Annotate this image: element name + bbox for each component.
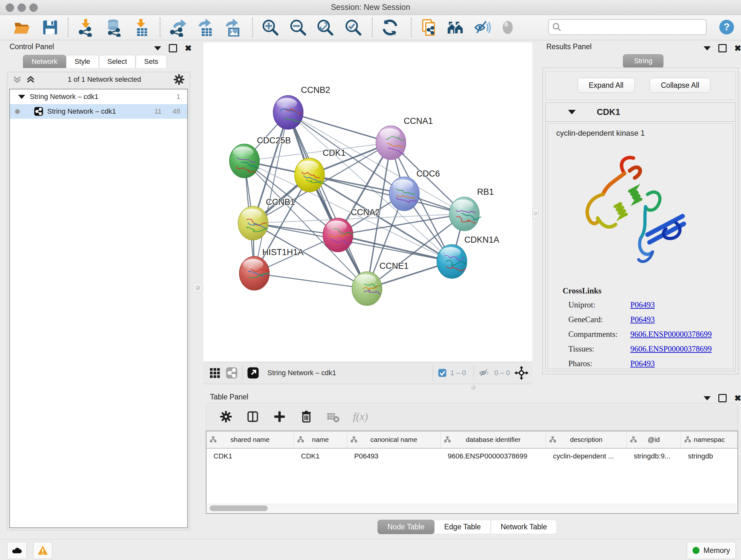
import-network-icon[interactable] (77, 18, 96, 37)
collapse-all-icon[interactable] (12, 74, 23, 85)
cell-shared-name[interactable]: CDK1 (206, 452, 294, 460)
export-image-icon[interactable] (223, 18, 242, 37)
tab-sets[interactable]: Sets (136, 55, 167, 68)
hide-selected-icon[interactable] (473, 18, 491, 37)
table-row[interactable]: CDK1 CDK1 P06493 9606.ENSP00000378699 cy… (206, 449, 738, 464)
tab-string[interactable]: String (623, 54, 664, 67)
crosslink-pharos-link[interactable]: P06493 (630, 359, 655, 368)
crosslink-compartments-link[interactable]: 9606.ENSP00000378699 (630, 330, 712, 338)
column-header-canonical-name[interactable]: canonical name (347, 431, 441, 448)
show-all-icon[interactable] (498, 18, 517, 37)
zoom-fit-icon[interactable] (316, 18, 334, 37)
panel-menu-icon[interactable] (704, 396, 711, 400)
bottom-splitter-handle[interactable] (468, 384, 478, 390)
expand-all-icon[interactable] (25, 74, 36, 85)
network-edge[interactable] (288, 112, 391, 143)
cell-database-identifier[interactable]: 9606.ENSP00000378699 (441, 452, 546, 460)
results-panel-title: Results Panel (546, 43, 592, 51)
import-database-icon[interactable] (105, 18, 123, 37)
scrollbar-thumb[interactable] (210, 505, 268, 511)
network-node-ccnb1[interactable]: CCNB1 (238, 197, 295, 240)
first-neighbors-icon[interactable] (446, 18, 465, 37)
export-table-icon[interactable] (196, 18, 215, 37)
search-input[interactable] (565, 23, 706, 32)
network-canvas[interactable]: CCNB2CCNA1CDC25BCDK1CDC6RB1CCNB1CCNA2CDK… (203, 43, 532, 362)
panel-menu-icon[interactable] (154, 46, 161, 51)
network-node-ccna1[interactable]: CCNA1 (376, 116, 433, 160)
table-horizontal-scrollbar[interactable] (207, 504, 737, 512)
zoom-out-icon[interactable] (289, 18, 307, 37)
cell-name[interactable]: CDK1 (294, 452, 347, 460)
tab-network-table[interactable]: Network Table (491, 520, 557, 534)
column-header-id[interactable]: @id (627, 431, 681, 448)
collapse-all-button[interactable]: Collapse All (650, 78, 711, 93)
export-network-icon[interactable] (169, 18, 187, 37)
network-node-rb1[interactable]: RB1 (449, 187, 494, 231)
tab-edge-table[interactable]: Edge Table (434, 520, 491, 534)
network-node-ccne1[interactable]: CCNE1 (352, 261, 409, 306)
column-header-description[interactable]: description (546, 431, 627, 448)
network-node-cdkn1a[interactable]: CDKN1A (437, 235, 499, 278)
cell-canonical-name[interactable]: P06493 (347, 452, 441, 460)
network-tree-root-row[interactable]: String Network – cdk1 1 (10, 89, 187, 104)
add-column-icon[interactable] (273, 410, 286, 424)
right-splitter-handle[interactable] (532, 208, 539, 219)
network-edge[interactable] (254, 273, 367, 289)
crosslink-uniprot-link[interactable]: P06493 (630, 300, 655, 309)
tab-network[interactable]: Network (23, 55, 66, 68)
zoom-selected-icon[interactable] (344, 18, 362, 37)
panel-close-icon[interactable]: ✖ (734, 395, 741, 401)
open-session-icon[interactable] (13, 18, 31, 37)
refresh-icon[interactable] (381, 18, 399, 37)
panel-float-icon[interactable] (718, 44, 727, 52)
cell-description[interactable]: cyclin-dependent ... (546, 452, 627, 460)
panel-close-icon[interactable]: ✖ (185, 45, 192, 51)
network-node-cdc25b[interactable]: CDC25B (229, 136, 291, 178)
panel-float-icon[interactable] (718, 394, 727, 402)
cloud-status-button[interactable] (7, 542, 27, 559)
crosslink-label: Compartments: (568, 330, 628, 339)
tree-expand-icon[interactable] (18, 95, 25, 99)
column-type-icon (684, 436, 691, 443)
help-icon[interactable]: ? (719, 19, 735, 35)
search-box[interactable] (548, 19, 706, 35)
selected-nodes-checkbox-icon[interactable] (437, 368, 447, 378)
expand-all-button[interactable]: Expand All (578, 78, 635, 93)
network-from-selection-icon[interactable] (420, 18, 438, 37)
panel-close-icon[interactable]: ✖ (734, 45, 741, 51)
gene-collapse-icon[interactable] (568, 110, 576, 114)
network-edge[interactable] (288, 112, 367, 289)
memory-button[interactable]: Memory (687, 542, 736, 559)
string-view-icon[interactable] (226, 367, 238, 379)
column-header-shared-name[interactable]: shared name (206, 431, 294, 448)
cell-id[interactable]: stringdb:9... (627, 452, 681, 460)
crosslink-tissues-link[interactable]: 9606.ENSP00000378699 (630, 345, 712, 353)
crosslink-genecard-link[interactable]: P06493 (630, 315, 655, 324)
table-settings-gear-icon[interactable] (219, 410, 233, 424)
delete-column-icon[interactable] (299, 410, 313, 424)
center-view-icon[interactable] (515, 366, 529, 380)
detach-view-icon[interactable] (247, 367, 259, 379)
left-splitter-handle[interactable] (193, 283, 202, 293)
column-header-namespace[interactable]: namespac (681, 431, 738, 448)
gene-header-row[interactable]: CDK1 (546, 103, 735, 122)
panel-menu-icon[interactable] (704, 46, 711, 51)
column-header-database-identifier[interactable]: database identifier (441, 431, 546, 448)
column-header-name[interactable]: name (294, 431, 347, 448)
cell-namespace[interactable]: stringdb (681, 452, 738, 460)
import-table-icon[interactable] (132, 18, 151, 37)
network-edge[interactable] (310, 175, 464, 214)
network-tree-child-row[interactable]: String Network – cdk1 11 48 (10, 104, 187, 119)
panel-float-icon[interactable] (169, 44, 177, 52)
gear-icon[interactable] (173, 73, 185, 86)
grid-view-icon[interactable] (209, 367, 220, 379)
warnings-button[interactable] (33, 542, 52, 559)
network-edge[interactable] (338, 235, 452, 261)
tab-node-table[interactable]: Node Table (378, 520, 434, 534)
zoom-in-icon[interactable] (261, 18, 280, 37)
tab-select[interactable]: Select (99, 55, 136, 68)
network-node-hist1h1a[interactable]: HIST1H1A (239, 247, 304, 290)
save-session-icon[interactable] (41, 18, 59, 37)
show-columns-icon[interactable] (246, 410, 260, 424)
tab-style[interactable]: Style (66, 55, 99, 68)
